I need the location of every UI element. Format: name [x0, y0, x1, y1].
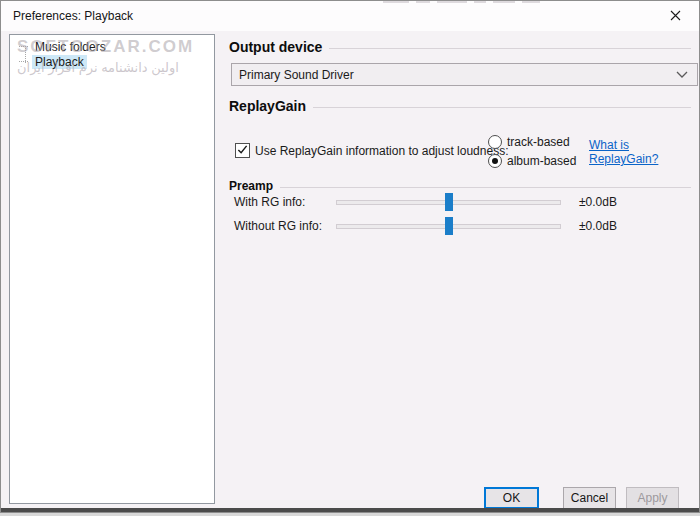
titlebar[interactable]: Preferences: Playback [1, 1, 699, 31]
window-title: Preferences: Playback [13, 9, 133, 23]
preamp-heading: Preamp [229, 179, 273, 193]
watermark-fragment [383, 1, 573, 4]
radio-album-based[interactable]: album-based [488, 154, 576, 168]
output-device-heading: Output device [229, 39, 322, 55]
output-device-selected-option: Primary Sound Driver [239, 68, 676, 82]
replaygain-heading: ReplayGain [229, 98, 306, 114]
replaygain-checkbox-label[interactable]: Use ReplayGain information to adjust lou… [255, 144, 508, 158]
tree-connector [19, 46, 28, 47]
preamp-row-without-rg: Without RG info: ±0.0dB [234, 216, 691, 236]
radio-track-based[interactable]: track-based [488, 135, 570, 149]
sidebar-item-label: Music folders [32, 40, 109, 54]
slider-thumb[interactable] [445, 217, 453, 235]
preamp-with-rg-slider[interactable] [336, 193, 561, 211]
replaygain-checkbox[interactable] [235, 143, 250, 158]
preferences-tree-panel: Music folders Playback [9, 34, 215, 504]
radio-album-label: album-based [507, 154, 576, 168]
output-device-select[interactable]: Primary Sound Driver [231, 63, 698, 86]
close-icon [670, 9, 681, 24]
ok-button[interactable]: OK [484, 487, 539, 509]
preamp-row-label: With RG info: [234, 195, 336, 209]
checkmark-icon [237, 144, 248, 158]
section-rule [329, 48, 691, 49]
preamp-row-with-rg: With RG info: ±0.0dB [234, 192, 691, 212]
preamp-without-rg-slider[interactable] [336, 217, 561, 235]
output-device-section-header: Output device [229, 39, 691, 55]
sidebar-item-label: Playback [32, 55, 87, 69]
tree-connector [19, 61, 28, 62]
preamp-row-value: ±0.0dB [579, 195, 617, 209]
section-rule [313, 107, 691, 108]
preferences-dialog: Preferences: Playback Music folders Play… [0, 0, 700, 513]
preamp-row-label: Without RG info: [234, 219, 336, 233]
what-is-replaygain-link[interactable]: What is ReplayGain? [589, 138, 665, 166]
preamp-section-header: Preamp [229, 179, 691, 193]
slider-thumb[interactable] [445, 193, 453, 211]
playback-settings-panel: Output device Primary Sound Driver Repla… [229, 37, 691, 477]
replaygain-section-header: ReplayGain [229, 98, 691, 114]
preamp-row-value: ±0.0dB [579, 219, 617, 233]
apply-button: Apply [626, 487, 679, 509]
radio-icon [488, 135, 502, 149]
sidebar-item-playback[interactable]: Playback [10, 54, 214, 69]
cancel-button[interactable]: Cancel [563, 487, 616, 509]
radio-track-label: track-based [507, 135, 570, 149]
section-rule [280, 187, 691, 188]
preferences-tree: Music folders Playback [10, 35, 214, 69]
tree-connector-line [25, 46, 26, 63]
window-bottom-border [1, 508, 699, 512]
chevron-down-icon [676, 71, 688, 79]
close-button[interactable] [659, 5, 691, 27]
radio-selected-icon [488, 154, 502, 168]
sidebar-item-music-folders[interactable]: Music folders [10, 39, 214, 54]
